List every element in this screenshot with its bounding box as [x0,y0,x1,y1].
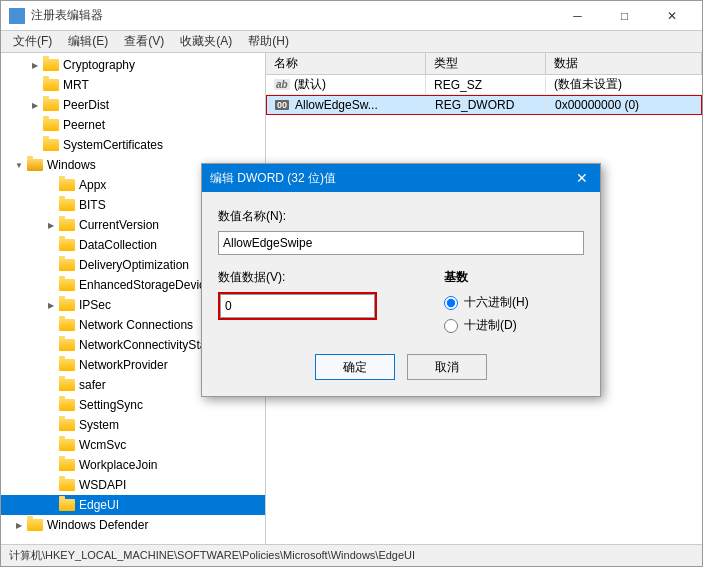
tree-item-system[interactable]: ▶ System [1,415,265,435]
tree-item-label: EnhancedStorageDevices [79,278,218,292]
tree-item-peernet[interactable]: ▶ Peernet [1,115,265,135]
folder-icon [59,378,75,392]
name-input[interactable] [218,231,584,255]
name-label: 数值名称(N): [218,208,584,225]
folder-icon [59,278,75,292]
tree-item-label: EdgeUI [79,498,119,512]
registry-cell-name: 00 AllowEdgeSw... [267,97,427,113]
tree-item-edgeui[interactable]: ▶ EdgeUI [1,495,265,515]
menu-favorites[interactable]: 收藏夹(A) [172,31,240,52]
tree-item-windowsdefender[interactable]: ▶ Windows Defender [1,515,265,535]
menu-bar: 文件(F) 编辑(E) 查看(V) 收藏夹(A) 帮助(H) [1,31,702,53]
col-header-data: 数据 [546,53,702,74]
tree-item-label: BITS [79,198,106,212]
folder-icon [59,258,75,272]
tree-arrow: ▶ [45,219,57,231]
tree-item-settingsync[interactable]: ▶ SettingSync [1,395,265,415]
folder-icon [43,138,59,152]
tree-arrow: ▶ [13,519,25,531]
registry-row-default[interactable]: ab (默认) REG_SZ (数值未设置) [266,75,702,95]
folder-icon [27,518,43,532]
folder-icon [43,58,59,72]
tree-item-label: WcmSvc [79,438,126,452]
status-path: 计算机\HKEY_LOCAL_MACHINE\SOFTWARE\Policies… [9,548,415,563]
tree-item-peerdist[interactable]: ▶ PeerDist [1,95,265,115]
folder-icon [59,238,75,252]
tree-item-label: PeerDist [63,98,109,112]
radio-hex-label[interactable]: 十六进制(H) [444,294,584,311]
radio-hex-text: 十六进制(H) [464,294,529,311]
tree-item-label: Windows Defender [47,518,148,532]
registry-editor-window: 注册表编辑器 ─ □ ✕ 文件(F) 编辑(E) 查看(V) 收藏夹(A) 帮助… [0,0,703,567]
tree-item-cryptography[interactable]: ▶ Cryptography [1,55,265,75]
dword-icon: 00 [275,98,291,112]
cancel-button[interactable]: 取消 [407,354,487,380]
close-button[interactable]: ✕ [649,2,694,30]
tree-item-mrt[interactable]: ▶ MRT [1,75,265,95]
dialog-title: 编辑 DWORD (32 位)值 [210,170,336,187]
folder-icon [43,118,59,132]
radio-group: 十六进制(H) 十进制(D) [444,294,584,334]
registry-cell-data: 0x00000000 (0) [547,97,701,113]
title-bar-left: 注册表编辑器 [9,7,103,24]
col-header-name: 名称 [266,53,426,74]
window-title: 注册表编辑器 [31,7,103,24]
tree-item-label: SettingSync [79,398,143,412]
tree-item-label: MRT [63,78,89,92]
folder-icon [59,438,75,452]
tree-item-label: safer [79,378,106,392]
tree-arrow: ▶ [29,59,41,71]
radio-dec[interactable] [444,319,458,333]
dialog-buttons: 确定 取消 [218,354,584,380]
tree-item-wcmsvc[interactable]: ▶ WcmSvc [1,435,265,455]
folder-icon [59,418,75,432]
base-label: 基数 [444,269,584,286]
maximize-button[interactable]: □ [602,2,647,30]
tree-arrow: ▶ [29,99,41,111]
tree-item-label: System [79,418,119,432]
tree-item-label: Appx [79,178,106,192]
folder-icon [59,318,75,332]
dialog-close-button[interactable]: ✕ [572,168,592,188]
tree-arrow: ▶ [45,299,57,311]
folder-icon [59,298,75,312]
tree-item-label: Peernet [63,118,105,132]
menu-edit[interactable]: 编辑(E) [60,31,116,52]
menu-view[interactable]: 查看(V) [116,31,172,52]
tree-item-wsdapi[interactable]: ▶ WSDAPI [1,475,265,495]
svg-rect-3 [18,17,23,22]
tree-item-workplacejoin[interactable]: ▶ WorkplaceJoin [1,455,265,475]
tree-item-label: DataCollection [79,238,157,252]
folder-icon [59,458,75,472]
minimize-button[interactable]: ─ [555,2,600,30]
folder-icon [59,218,75,232]
menu-help[interactable]: 帮助(H) [240,31,297,52]
registry-cell-type: REG_SZ [426,77,546,93]
svg-rect-1 [18,10,23,15]
registry-row-allowedgeswipe[interactable]: 00 AllowEdgeSw... REG_DWORD 0x00000000 (… [266,95,702,115]
tree-item-label: CurrentVersion [79,218,159,232]
radio-dec-text: 十进制(D) [464,317,517,334]
app-icon [9,8,25,24]
tree-item-label: Windows [47,158,96,172]
dialog-value-row: 数值数据(V): 基数 十六进制(H) [218,269,584,334]
tree-item-label: WSDAPI [79,478,126,492]
registry-cell-data: (数值未设置) [546,75,702,94]
tree-item-systemcertificates[interactable]: ▶ SystemCertificates [1,135,265,155]
tree-item-label: IPSec [79,298,111,312]
registry-cell-name: ab (默认) [266,75,426,94]
radio-hex[interactable] [444,296,458,310]
tree-item-label: Cryptography [63,58,135,72]
value-input[interactable] [220,294,375,318]
tree-item-label: Network Connections [79,318,193,332]
tree-arrow: ▼ [13,159,25,171]
title-bar: 注册表编辑器 ─ □ ✕ [1,1,702,31]
tree-item-label: NetworkProvider [79,358,168,372]
ok-button[interactable]: 确定 [315,354,395,380]
menu-file[interactable]: 文件(F) [5,31,60,52]
svg-rect-2 [11,17,16,22]
folder-icon [59,478,75,492]
folder-icon [59,198,75,212]
folder-icon [27,158,43,172]
radio-dec-label[interactable]: 十进制(D) [444,317,584,334]
